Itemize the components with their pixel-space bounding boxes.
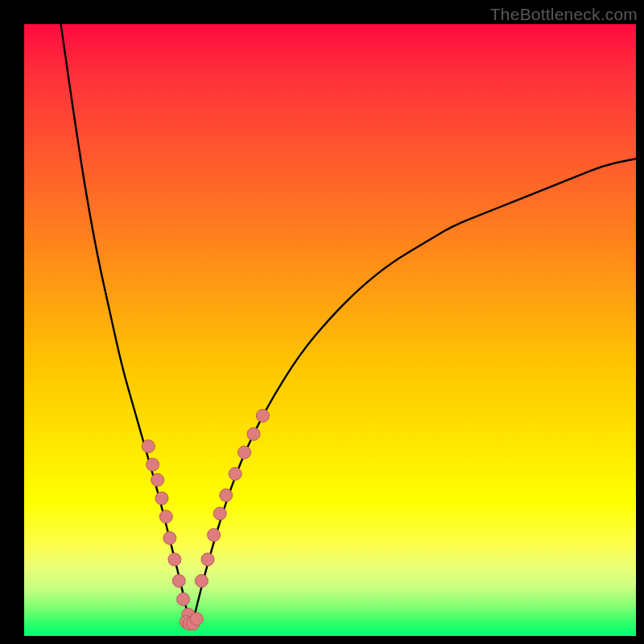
chart-svg [24, 24, 636, 636]
curve-right [192, 159, 636, 624]
left-branch-dots-pt [172, 575, 185, 588]
left-branch-dots-pt [168, 553, 181, 566]
right-branch-dots-pt [247, 427, 260, 440]
right-branch-dots-pt [238, 446, 251, 459]
right-branch-dots-pt [201, 553, 214, 566]
left-branch-dots-pt [151, 473, 164, 486]
left-branch-dots-pt [147, 458, 159, 471]
left-branch-dots-pt [155, 492, 168, 505]
plot-area [24, 24, 636, 636]
right-branch-dots-pt [229, 468, 242, 481]
right-branch-dots-pt [213, 507, 226, 520]
right-branch-dots-pt [220, 489, 233, 502]
right-branch-dots-pt [256, 409, 269, 422]
left-branch-dots-pt [142, 440, 155, 452]
right-branch-dots-pt [195, 575, 208, 588]
left-branch-dots-pt [177, 592, 190, 605]
left-branch-dots-pt [159, 510, 172, 523]
chart-stage: TheBottleneck.com [0, 0, 644, 644]
attribution-label: TheBottleneck.com [490, 5, 638, 24]
left-branch-dots-pt [163, 531, 176, 544]
right-branch-dots-pt [208, 529, 221, 542]
valley-dots-pt [190, 613, 203, 625]
